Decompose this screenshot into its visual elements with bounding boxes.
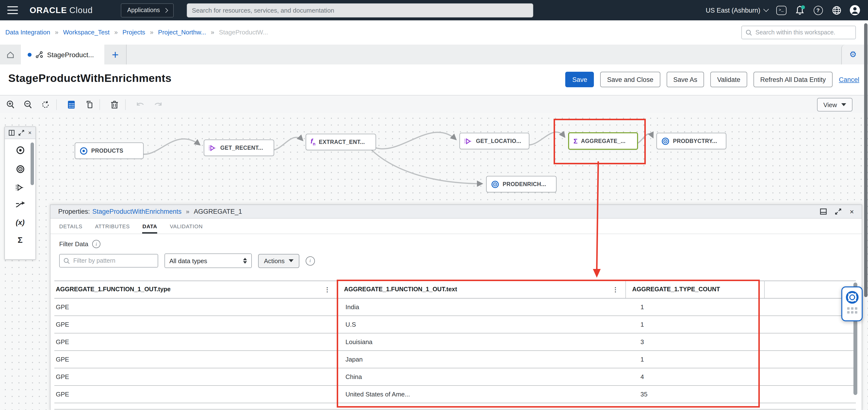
table-row[interactable]: GPE Louisiana 3 [54, 333, 852, 350]
app-root: ORACLECloud Applications Search for reso… [0, 0, 868, 410]
node-get-recent[interactable]: GET_RECENT... [204, 140, 274, 156]
table-row[interactable]: GPE United States of Ame... 35 [54, 385, 852, 403]
column-menu-icon[interactable]: ⋮ [324, 286, 331, 293]
flow-name-link[interactable]: StageProductWithEnrichments [92, 208, 182, 215]
table-row[interactable]: GPE U.S 1 [54, 315, 852, 333]
global-search-input[interactable]: Search for resources, services, and docu… [187, 3, 533, 17]
region-selector[interactable]: US East (Ashburn) [706, 6, 768, 14]
node-prodbyctry[interactable]: PRODBYCTRY... [656, 133, 726, 149]
cloud-shell-icon[interactable]: >_ [776, 5, 786, 15]
column-header-type[interactable]: AGGREGATE_1.FUNCTION_1_OUT.type [56, 286, 170, 293]
node-label: GET_LOCATIO... [476, 138, 521, 144]
info-icon[interactable]: i [92, 240, 100, 248]
duplicate-icon[interactable] [82, 98, 96, 111]
redo-icon[interactable] [151, 98, 164, 111]
palette-expression-icon[interactable]: (x) [16, 218, 25, 226]
save-and-close-button[interactable]: Save and Close [600, 72, 660, 87]
breadcrumb-project[interactable]: Project_Northw... [158, 29, 206, 36]
save-as-button[interactable]: Save As [666, 72, 704, 87]
maximize-icon[interactable] [835, 208, 841, 215]
toggle-grid-icon[interactable] [65, 98, 78, 111]
tab-data[interactable]: DATA [143, 224, 157, 234]
cell-type: GPE [54, 303, 339, 310]
settings-gear-button[interactable]: ⚙ [841, 44, 864, 64]
language-globe-icon[interactable] [831, 5, 842, 15]
undo-icon[interactable] [133, 98, 147, 111]
cell-type: GPE [54, 338, 339, 345]
zoom-in-icon[interactable] [4, 98, 18, 111]
drag-handle-icon[interactable] [847, 307, 857, 313]
palette-close-icon[interactable]: × [28, 129, 32, 136]
node-extract-ent[interactable]: fn EXTRACT_ENT... [306, 134, 376, 150]
palette-more-icon[interactable]: ... [17, 254, 23, 260]
palette-join-icon[interactable] [16, 202, 25, 208]
delete-trash-icon[interactable] [108, 98, 121, 111]
home-tab[interactable] [0, 44, 21, 64]
applications-button[interactable]: Applications [121, 3, 174, 17]
cancel-link[interactable]: Cancel [839, 76, 859, 83]
breadcrumb-projects[interactable]: Projects [123, 29, 145, 36]
palette-scrollbar[interactable] [31, 142, 34, 185]
help-icon[interactable]: ? [813, 5, 824, 15]
zoom-out-icon[interactable] [21, 98, 35, 111]
filter-icon [209, 144, 217, 151]
palette-filter-icon[interactable] [16, 184, 25, 192]
column-menu-icon[interactable]: ⋮ [612, 286, 619, 293]
menu-icon[interactable] [7, 6, 18, 14]
save-button[interactable]: Save [565, 72, 594, 87]
workspace-search-placeholder: Search within this workspace. [755, 29, 835, 36]
node-label: PRODENRICH... [503, 181, 546, 187]
cell-count: 4 [634, 373, 852, 380]
page-scrollbar[interactable] [864, 23, 868, 297]
column-header-text[interactable]: AGGREGATE_1.FUNCTION_1_OUT.text [344, 286, 457, 293]
table-row[interactable]: GPE India 1 [54, 298, 852, 315]
data-types-value: All data types [169, 257, 207, 264]
expand-icon[interactable] [19, 130, 24, 136]
tab-attributes[interactable]: ATTRIBUTES [95, 224, 130, 234]
validate-button[interactable]: Validate [710, 72, 747, 87]
node-prodenrich[interactable]: PRODENRICH... [486, 176, 557, 193]
brand-cloud: Cloud [69, 5, 93, 15]
filter-controls: Filter by pattern All data types Actions… [59, 253, 315, 268]
node-aggregate-selected[interactable]: Σ AGGREGATE_... [568, 132, 638, 150]
node-products[interactable]: PRODUCTS [75, 142, 144, 159]
tab-label: StageProduct... [47, 50, 94, 58]
breadcrumb-data-integration[interactable]: Data Integration [5, 29, 50, 36]
data-types-select[interactable]: All data types [164, 253, 252, 268]
tab-details[interactable]: DETAILS [59, 224, 83, 234]
table-row[interactable]: GPE China 4 [54, 368, 852, 385]
breadcrumb-workspace[interactable]: Workspace_Test [63, 29, 110, 36]
tab-validation[interactable]: VALIDATION [170, 224, 203, 234]
properties-close-icon[interactable]: × [849, 207, 854, 216]
user-avatar[interactable] [849, 5, 860, 15]
node-get-locatio[interactable]: GET_LOCATIO... [460, 133, 529, 149]
table-header-row: AGGREGATE_1.FUNCTION_1_OUT.type ⋮ AGGREG… [54, 281, 852, 298]
notifications-bell-icon[interactable] [794, 5, 805, 15]
dock-bottom-icon[interactable] [820, 208, 827, 215]
cell-count: 3 [634, 338, 852, 345]
action-buttons: Save Save and Close Save As Validate Ref… [565, 72, 859, 87]
lifering-icon [845, 291, 859, 304]
breadcrumb-current: StageProductW... [219, 29, 268, 36]
cell-text: U.S [339, 320, 634, 328]
tab-stageproduct[interactable]: StageProduct... × [21, 44, 117, 64]
refresh-all-data-entity-button[interactable]: Refresh All Data Entity [753, 72, 833, 87]
panel-layout-icon[interactable] [9, 130, 14, 136]
help-glyph: ? [816, 7, 819, 13]
help-launcher-widget[interactable] [841, 286, 863, 321]
table-row[interactable]: GPE Japan 1 [54, 350, 852, 368]
column-header-count[interactable]: AGGREGATE_1.TYPE_COUNT [632, 286, 720, 293]
palette-target-icon[interactable] [16, 165, 25, 173]
reset-zoom-icon[interactable] [39, 98, 53, 111]
document-tab-bar: StageProduct... × + ⚙ [0, 44, 868, 65]
breadcrumb-separator: » [211, 29, 214, 36]
palette-source-icon[interactable] [16, 146, 25, 155]
info-icon[interactable]: i [305, 256, 315, 265]
actions-dropdown[interactable]: Actions [258, 254, 299, 268]
toolbar-divider [56, 99, 57, 110]
palette-aggregate-icon[interactable]: Σ [18, 236, 23, 244]
filter-pattern-input[interactable]: Filter by pattern [59, 254, 158, 268]
new-tab-button[interactable]: + [104, 44, 127, 64]
view-dropdown[interactable]: View [817, 98, 852, 111]
workspace-search-input[interactable]: Search within this workspace. [741, 26, 856, 39]
